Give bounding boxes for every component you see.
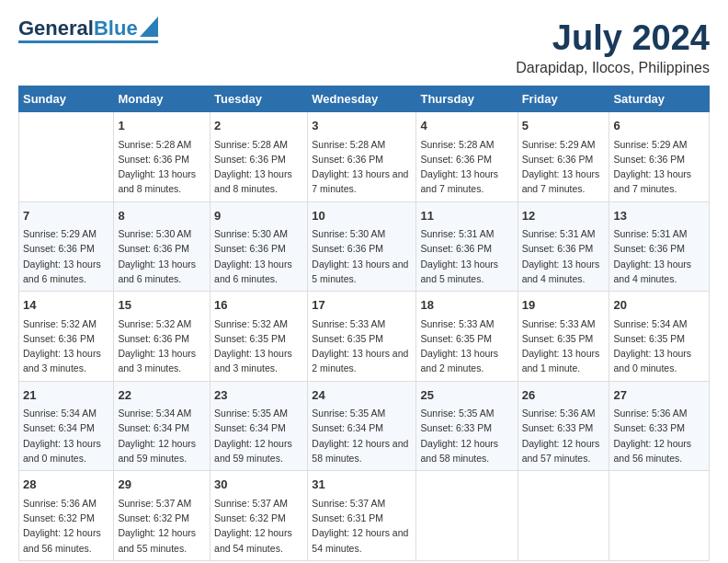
cell-sun-data: Sunrise: 5:34 AMSunset: 6:35 PMDaylight:… (613, 316, 705, 376)
calendar-cell: 6Sunrise: 5:29 AMSunset: 6:36 PMDaylight… (609, 112, 710, 202)
cell-sun-data: Sunrise: 5:31 AMSunset: 6:36 PMDaylight:… (420, 226, 513, 286)
day-number: 15 (118, 296, 206, 315)
day-number: 24 (312, 386, 412, 405)
calendar-cell: 19Sunrise: 5:33 AMSunset: 6:35 PMDayligh… (518, 292, 609, 382)
calendar-cell: 17Sunrise: 5:33 AMSunset: 6:35 PMDayligh… (308, 292, 416, 382)
day-number: 9 (214, 207, 303, 225)
calendar-cell: 1Sunrise: 5:28 AMSunset: 6:36 PMDaylight… (114, 112, 210, 202)
calendar-cell: 9Sunrise: 5:30 AMSunset: 6:36 PMDaylight… (210, 201, 308, 292)
calendar-cell: 28Sunrise: 5:36 AMSunset: 6:32 PMDayligh… (19, 471, 114, 561)
day-number: 23 (214, 386, 303, 405)
cell-sun-data: Sunrise: 5:33 AMSunset: 6:35 PMDaylight:… (420, 316, 513, 376)
column-header-saturday: Saturday (609, 86, 710, 112)
cell-sun-data: Sunrise: 5:31 AMSunset: 6:36 PMDaylight:… (613, 226, 705, 286)
calendar-week-row: 21Sunrise: 5:34 AMSunset: 6:34 PMDayligh… (19, 381, 710, 471)
day-number: 19 (522, 296, 606, 315)
cell-sun-data: Sunrise: 5:30 AMSunset: 6:36 PMDaylight:… (312, 226, 412, 286)
location-subtitle: Darapidap, Ilocos, Philippines (516, 60, 710, 76)
cell-sun-data: Sunrise: 5:30 AMSunset: 6:36 PMDaylight:… (118, 226, 206, 286)
cell-sun-data: Sunrise: 5:36 AMSunset: 6:33 PMDaylight:… (613, 406, 705, 465)
day-number: 5 (522, 117, 606, 135)
logo-arrow-icon (140, 17, 158, 37)
calendar-cell (416, 471, 518, 561)
cell-sun-data: Sunrise: 5:32 AMSunset: 6:36 PMDaylight:… (118, 316, 206, 376)
calendar-week-row: 7Sunrise: 5:29 AMSunset: 6:36 PMDaylight… (19, 201, 710, 292)
day-number: 28 (23, 476, 109, 494)
cell-sun-data: Sunrise: 5:28 AMSunset: 6:36 PMDaylight:… (214, 137, 303, 197)
day-number: 4 (420, 117, 513, 135)
calendar-cell: 21Sunrise: 5:34 AMSunset: 6:34 PMDayligh… (19, 381, 114, 471)
column-header-tuesday: Tuesday (210, 86, 308, 112)
day-number: 14 (23, 296, 109, 315)
calendar-cell: 10Sunrise: 5:30 AMSunset: 6:36 PMDayligh… (308, 201, 416, 292)
calendar-cell: 29Sunrise: 5:37 AMSunset: 6:32 PMDayligh… (114, 471, 210, 561)
cell-sun-data: Sunrise: 5:32 AMSunset: 6:35 PMDaylight:… (214, 316, 303, 376)
column-header-wednesday: Wednesday (308, 86, 416, 112)
calendar-week-row: 14Sunrise: 5:32 AMSunset: 6:36 PMDayligh… (19, 292, 710, 382)
calendar-cell: 14Sunrise: 5:32 AMSunset: 6:36 PMDayligh… (19, 292, 114, 382)
day-number: 22 (118, 386, 206, 405)
calendar-cell: 24Sunrise: 5:35 AMSunset: 6:34 PMDayligh… (308, 381, 416, 471)
day-number: 21 (23, 386, 109, 405)
cell-sun-data: Sunrise: 5:29 AMSunset: 6:36 PMDaylight:… (613, 137, 705, 197)
day-number: 10 (312, 207, 412, 225)
cell-sun-data: Sunrise: 5:34 AMSunset: 6:34 PMDaylight:… (23, 406, 109, 465)
cell-sun-data: Sunrise: 5:29 AMSunset: 6:36 PMDaylight:… (522, 137, 606, 197)
day-number: 2 (214, 117, 303, 135)
calendar-cell: 13Sunrise: 5:31 AMSunset: 6:36 PMDayligh… (609, 201, 710, 292)
cell-sun-data: Sunrise: 5:29 AMSunset: 6:36 PMDaylight:… (23, 226, 109, 286)
day-number: 3 (312, 117, 412, 135)
cell-sun-data: Sunrise: 5:36 AMSunset: 6:33 PMDaylight:… (522, 406, 606, 465)
calendar-cell: 18Sunrise: 5:33 AMSunset: 6:35 PMDayligh… (416, 292, 518, 382)
title-block: July 2024 Darapidap, Ilocos, Philippines (516, 18, 710, 76)
column-header-sunday: Sunday (19, 86, 114, 112)
cell-sun-data: Sunrise: 5:37 AMSunset: 6:32 PMDaylight:… (118, 496, 206, 556)
day-number: 8 (118, 207, 206, 225)
cell-sun-data: Sunrise: 5:34 AMSunset: 6:34 PMDaylight:… (118, 406, 206, 465)
cell-sun-data: Sunrise: 5:37 AMSunset: 6:32 PMDaylight:… (214, 496, 303, 556)
day-number: 20 (613, 296, 705, 315)
calendar-week-row: 28Sunrise: 5:36 AMSunset: 6:32 PMDayligh… (19, 471, 710, 561)
cell-sun-data: Sunrise: 5:35 AMSunset: 6:34 PMDaylight:… (312, 406, 412, 465)
calendar-cell: 20Sunrise: 5:34 AMSunset: 6:35 PMDayligh… (609, 292, 710, 382)
page-header: GeneralBlue July 2024 Darapidap, Ilocos,… (18, 18, 710, 76)
day-number: 25 (420, 386, 513, 405)
logo: GeneralBlue (18, 18, 158, 43)
calendar-cell: 8Sunrise: 5:30 AMSunset: 6:36 PMDaylight… (114, 201, 210, 292)
day-number: 26 (522, 386, 606, 405)
day-number: 16 (214, 296, 303, 315)
calendar-cell: 23Sunrise: 5:35 AMSunset: 6:34 PMDayligh… (210, 381, 308, 471)
day-number: 29 (118, 476, 206, 494)
day-number: 1 (118, 117, 206, 135)
cell-sun-data: Sunrise: 5:33 AMSunset: 6:35 PMDaylight:… (522, 316, 606, 376)
day-number: 31 (312, 476, 412, 494)
calendar-table: SundayMondayTuesdayWednesdayThursdayFrid… (18, 86, 710, 561)
cell-sun-data: Sunrise: 5:28 AMSunset: 6:36 PMDaylight:… (118, 137, 206, 197)
calendar-header-row: SundayMondayTuesdayWednesdayThursdayFrid… (19, 86, 710, 112)
column-header-thursday: Thursday (416, 86, 518, 112)
day-number: 17 (312, 296, 412, 315)
calendar-cell: 26Sunrise: 5:36 AMSunset: 6:33 PMDayligh… (518, 381, 609, 471)
calendar-cell: 22Sunrise: 5:34 AMSunset: 6:34 PMDayligh… (114, 381, 210, 471)
calendar-cell: 30Sunrise: 5:37 AMSunset: 6:32 PMDayligh… (210, 471, 308, 561)
calendar-cell: 12Sunrise: 5:31 AMSunset: 6:36 PMDayligh… (518, 201, 609, 292)
calendar-cell: 4Sunrise: 5:28 AMSunset: 6:36 PMDaylight… (416, 112, 518, 202)
day-number: 12 (522, 207, 606, 225)
calendar-cell: 3Sunrise: 5:28 AMSunset: 6:36 PMDaylight… (308, 112, 416, 202)
month-year-title: July 2024 (516, 18, 710, 58)
day-number: 11 (420, 207, 513, 225)
column-header-monday: Monday (114, 86, 210, 112)
calendar-week-row: 1Sunrise: 5:28 AMSunset: 6:36 PMDaylight… (19, 112, 710, 202)
calendar-cell: 25Sunrise: 5:35 AMSunset: 6:33 PMDayligh… (416, 381, 518, 471)
calendar-cell: 7Sunrise: 5:29 AMSunset: 6:36 PMDaylight… (19, 201, 114, 292)
calendar-cell: 11Sunrise: 5:31 AMSunset: 6:36 PMDayligh… (416, 201, 518, 292)
calendar-cell (518, 471, 609, 561)
svg-marker-0 (140, 17, 158, 37)
calendar-cell (19, 112, 114, 202)
cell-sun-data: Sunrise: 5:28 AMSunset: 6:36 PMDaylight:… (420, 137, 513, 197)
cell-sun-data: Sunrise: 5:28 AMSunset: 6:36 PMDaylight:… (312, 137, 412, 197)
cell-sun-data: Sunrise: 5:31 AMSunset: 6:36 PMDaylight:… (522, 226, 606, 286)
cell-sun-data: Sunrise: 5:33 AMSunset: 6:35 PMDaylight:… (312, 316, 412, 376)
calendar-cell: 27Sunrise: 5:36 AMSunset: 6:33 PMDayligh… (609, 381, 710, 471)
day-number: 6 (613, 117, 705, 135)
